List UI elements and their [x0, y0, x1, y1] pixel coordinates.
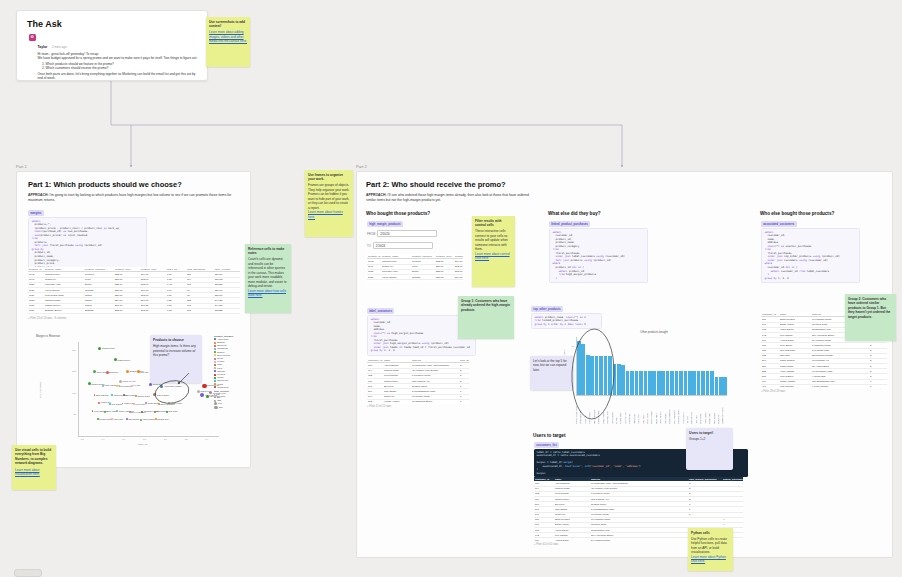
legend-swatch — [214, 386, 216, 388]
note-products-to-choose[interactable]: Products to choose High margin items. Is… — [150, 335, 202, 383]
comment-closing: Once both parts are done, let's bring ev… — [38, 72, 196, 80]
sticky-link[interactable]: Learn more about control cells here. — [475, 252, 512, 261]
bar[interactable] — [701, 371, 705, 395]
point-label: Winter White — [171, 402, 182, 404]
y-tick: 40 — [572, 345, 574, 347]
sticky-link[interactable]: Learn more about how cells work here. — [248, 289, 288, 298]
from-label: FROM — [367, 232, 375, 236]
bar[interactable] — [719, 377, 723, 395]
bar[interactable] — [613, 364, 617, 395]
to-label: TO — [367, 244, 371, 248]
sticky-group1[interactable]: Group 1: Customers who have already orde… — [458, 296, 514, 339]
bar[interactable] — [639, 371, 643, 395]
canvas-controls[interactable] — [14, 569, 42, 577]
cell-pill-margins[interactable]: margins — [28, 210, 44, 216]
bar[interactable] — [635, 371, 639, 395]
x-tick: 0.4 — [101, 438, 104, 440]
cell-pill-high-margin-products[interactable]: high_margin_products — [367, 221, 403, 227]
bar[interactable] — [692, 371, 696, 395]
sticky-reference-cells[interactable]: Reference cells to make notes Count's ce… — [245, 244, 291, 313]
sql-cell-margins[interactable]: select products.*, (product_price - prod… — [28, 217, 147, 273]
margins-table-footer[interactable]: + Filter 13 of 13 rows · 8 columns — [28, 317, 66, 320]
y-tick: 50 — [74, 413, 76, 415]
bar-chart-title: Other products bought — [640, 330, 668, 334]
point-label: Gilded Lily — [200, 390, 209, 392]
bar-x-label: Winter White — [656, 397, 660, 424]
sticky-visual-cells[interactable]: Use visual cells to build everything fro… — [12, 445, 56, 490]
bar[interactable] — [723, 377, 727, 395]
sticky-link[interactable]: Learn more about visualisation here. — [15, 468, 53, 477]
bar[interactable] — [608, 356, 612, 395]
bar[interactable] — [715, 377, 719, 395]
bar[interactable] — [621, 365, 625, 395]
bar[interactable] — [670, 371, 674, 395]
bar[interactable] — [581, 344, 585, 395]
bar[interactable] — [657, 371, 661, 395]
x-tick: 1.0 — [164, 438, 167, 440]
sticky-link[interactable]: Learn more about frames here. — [308, 210, 350, 219]
bar-x-label: Crimson Stem — [691, 397, 695, 424]
bar-x-label: Sunflower Single — [678, 397, 682, 424]
bar[interactable] — [586, 355, 590, 395]
bar-x-label: White Carnations — [594, 397, 598, 424]
part2-question-1: Who bought those products? — [366, 211, 430, 216]
cell-pill-label-customers[interactable]: label_customers — [367, 308, 394, 314]
x-tick: 1.2 — [184, 438, 187, 440]
sql-cell-associated[interactable]: select customer_id, name, address, count… — [761, 228, 860, 284]
sticky-control-cells[interactable]: Filter results with control cells These … — [472, 216, 515, 287]
bar[interactable] — [706, 371, 710, 395]
point-label: Mini Cactus — [112, 403, 122, 405]
bar[interactable] — [648, 371, 652, 395]
cell-pill-top-other-products[interactable]: top_other_products — [531, 306, 563, 312]
table-row: 1034Pink Quartz RoseRoses$30.00$13.00 — [367, 280, 463, 282]
point-label: Opal Orchid — [128, 418, 139, 420]
sql-cell-top-other[interactable]: select product_name, count(*) as n from … — [531, 313, 602, 330]
frame-label-part1[interactable]: Part 1 — [16, 164, 27, 169]
note-users-target[interactable]: Users to target! Groups 1+2 — [686, 428, 733, 470]
users-table-footer[interactable]: + Filter 42 of 42 rows — [534, 543, 558, 546]
scatter-chart: Margin vs Revenue num_purchases 50100150… — [30, 332, 242, 460]
bar[interactable] — [644, 371, 648, 395]
to-date-input[interactable]: 2/10/24 — [373, 242, 433, 249]
sticky-python-cells[interactable]: Python cells Use Python cells to create … — [688, 528, 733, 571]
cell-pill-associated-customers[interactable]: associated_customers — [761, 221, 797, 227]
associated-table-footer[interactable]: + Filter 28 of 28 rows — [761, 390, 785, 393]
x-tick: 0.2 — [81, 438, 84, 440]
bar-x-label: Autumn Mix — [629, 397, 633, 424]
ask-card[interactable]: The Ask ✿ Taylor 2 mins ago Hi team - gr… — [16, 10, 208, 81]
bar[interactable] — [688, 371, 692, 395]
cell-pill-linked-product-purchases[interactable]: linked_product_purchases — [549, 221, 590, 227]
bar[interactable] — [652, 371, 656, 395]
bar[interactable] — [661, 371, 665, 395]
bar[interactable] — [697, 371, 701, 395]
note-top5[interactable]: Let's look at the top 5 for now, but we … — [530, 356, 574, 390]
bar[interactable] — [595, 356, 599, 395]
cell-pill-customers-list[interactable]: customers_list — [534, 442, 559, 448]
scatter-point[interactable] — [200, 393, 204, 397]
sticky-frames[interactable]: Use frames to organize your work. Frames… — [305, 170, 353, 237]
bar[interactable] — [630, 371, 634, 395]
sticky-link[interactable]: Learn more about adding images, videos a… — [209, 30, 247, 43]
frame-label-part2[interactable]: Part 2 — [356, 164, 367, 169]
label-customers-footer[interactable]: + Filter 12 of 12 rows — [367, 405, 391, 408]
bar[interactable] — [675, 371, 679, 395]
sticky-screenshots[interactable]: Use screenshots to add context! Learn mo… — [206, 17, 250, 67]
bar[interactable] — [599, 356, 603, 395]
bar[interactable] — [617, 364, 621, 395]
bar[interactable] — [666, 371, 670, 395]
point-label: Twilight Tulip — [157, 418, 168, 420]
scatter-point[interactable] — [202, 384, 206, 388]
bar[interactable] — [684, 371, 688, 395]
bar[interactable] — [590, 356, 594, 395]
bar[interactable] — [626, 371, 630, 395]
sticky-group2[interactable]: Group 2: Customers who have ordered simi… — [845, 294, 896, 341]
bar[interactable] — [710, 371, 714, 395]
from-date-input[interactable]: 2/10/20 — [377, 230, 437, 237]
sql-cell-linked-purchases[interactable]: select customer_id, product_id, product_… — [549, 228, 648, 284]
sticky-link[interactable]: Learn more about Python cells here. — [691, 555, 730, 564]
bar[interactable] — [604, 356, 608, 395]
point-label: Baby's Breath — [96, 394, 108, 396]
legend-item[interactable]: Wildflowers — [214, 386, 248, 389]
bar[interactable] — [679, 371, 683, 395]
bar[interactable] — [577, 341, 581, 395]
